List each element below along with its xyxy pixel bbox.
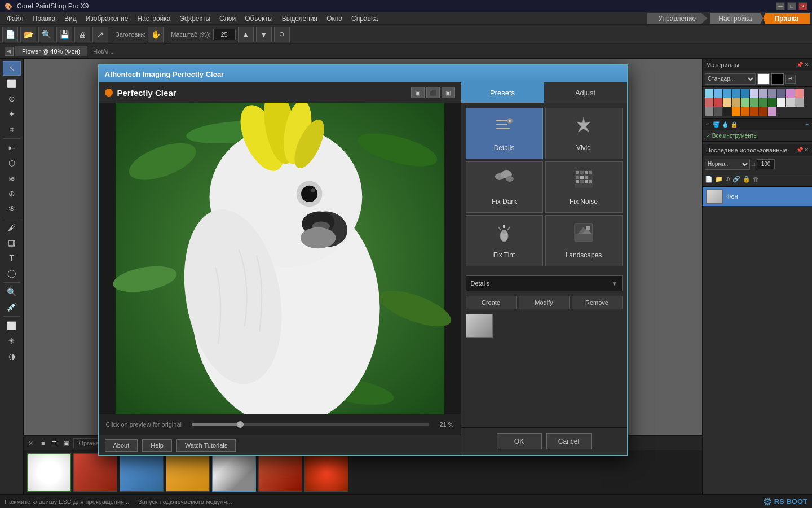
opacity-input[interactable] xyxy=(757,159,775,169)
color-dgray[interactable] xyxy=(714,107,722,116)
film-thumb-6[interactable] xyxy=(258,453,302,492)
material-dropdown[interactable]: Стандар... xyxy=(705,73,756,85)
preset-dropdown[interactable]: Details ▼ xyxy=(466,275,623,291)
preset-fix-dark[interactable]: Fix Dark xyxy=(466,161,543,213)
menu-objects[interactable]: Объекты xyxy=(240,14,277,24)
view-split-h[interactable]: ⬛ xyxy=(426,87,440,98)
mat-close[interactable]: ✕ xyxy=(804,62,809,68)
color-green4[interactable] xyxy=(768,98,776,107)
org-tab1[interactable]: ≡ xyxy=(39,439,47,448)
color-blue1[interactable] xyxy=(723,89,731,98)
menu-edit[interactable]: Правка xyxy=(28,14,60,24)
zoom-input[interactable] xyxy=(213,29,236,40)
bg-color[interactable] xyxy=(771,73,784,85)
color-lavender[interactable] xyxy=(750,89,758,98)
color-purple1[interactable] xyxy=(759,89,767,98)
film-thumb-7[interactable] xyxy=(304,453,348,492)
preset-fix-noise[interactable]: Fix Noise xyxy=(545,161,623,213)
lt-crop[interactable]: ⌗ xyxy=(3,122,21,137)
zoom-slider-thumb[interactable] xyxy=(237,421,244,428)
menu-selections[interactable]: Выделения xyxy=(277,14,322,24)
color-skyblue[interactable] xyxy=(714,89,722,98)
tab-presets[interactable]: Presets xyxy=(461,82,544,103)
view-single[interactable]: ▣ xyxy=(411,87,425,98)
tab-flower[interactable]: Flower @ 40% (Фон) xyxy=(15,46,87,56)
lock-layer-icon[interactable]: 🔒 xyxy=(743,176,751,183)
tb-share[interactable]: ↗ xyxy=(92,27,108,42)
color-mgray[interactable] xyxy=(795,98,804,107)
help-btn[interactable]: Help xyxy=(142,439,172,452)
workflow-tab-edit[interactable]: Правка xyxy=(763,13,810,24)
menu-image[interactable]: Изображение xyxy=(81,14,133,24)
remove-btn[interactable]: Remove xyxy=(572,296,623,309)
color-green3[interactable] xyxy=(759,98,767,107)
color-yellow1[interactable] xyxy=(723,98,731,107)
org-close[interactable]: ✕ xyxy=(28,440,37,447)
swap-colors[interactable]: ⇄ xyxy=(785,75,796,84)
color-green1[interactable] xyxy=(741,98,749,107)
color-lgray[interactable] xyxy=(786,98,795,107)
menu-window[interactable]: Окно xyxy=(322,14,347,24)
menu-settings[interactable]: Настройка xyxy=(133,14,175,24)
tutorials-btn[interactable]: Watch Tutorials xyxy=(176,439,236,452)
workflow-tab-settings[interactable]: Настройка xyxy=(707,13,763,24)
preset-fix-tint[interactable]: Fix Tint xyxy=(466,215,543,266)
menu-help[interactable]: Справка xyxy=(347,14,382,24)
menu-view[interactable]: Вид xyxy=(60,14,81,24)
mat-pin[interactable]: 📌 xyxy=(796,62,803,68)
color-yellow2[interactable] xyxy=(732,98,740,107)
film-thumb-4[interactable] xyxy=(166,453,210,492)
tb-new[interactable]: 📄 xyxy=(2,27,18,42)
new-layer-icon[interactable]: 📄 xyxy=(705,176,713,183)
film-thumb-5[interactable] xyxy=(212,453,256,492)
lt-perspective[interactable]: ⬡ xyxy=(3,156,21,170)
color-red3[interactable] xyxy=(714,98,722,107)
lt-zoom[interactable]: 🔍 xyxy=(3,284,21,299)
color-orange[interactable] xyxy=(732,107,740,116)
lt-fill[interactable]: ▦ xyxy=(3,235,21,250)
ok-button[interactable]: OK xyxy=(497,433,542,449)
lt-clone[interactable]: ⊕ xyxy=(3,186,21,201)
lt-text[interactable]: T xyxy=(3,251,21,265)
blend-dropdown[interactable]: Норма... xyxy=(705,159,750,170)
lt-eraser[interactable]: ⬜ xyxy=(3,318,21,333)
tb-print[interactable]: 🖨 xyxy=(74,27,90,42)
lt-select-rect[interactable]: ⬜ xyxy=(3,76,21,91)
lt-smudge[interactable]: ≋ xyxy=(3,171,21,186)
color-purple3[interactable] xyxy=(777,89,785,98)
tab-scroll-left[interactable]: ◀ xyxy=(5,47,14,56)
tb-preview-hand[interactable]: ✋ xyxy=(148,27,164,42)
modify-btn[interactable]: Modify xyxy=(519,296,570,309)
color-blue2[interactable] xyxy=(732,89,740,98)
film-thumb-2[interactable] xyxy=(73,453,117,492)
link-icon[interactable]: 🔗 xyxy=(732,176,740,183)
lt-magic-wand[interactable]: ✦ xyxy=(3,107,21,121)
tab-adjust[interactable]: Adjust xyxy=(544,82,627,103)
lt-straighten[interactable]: ⇤ xyxy=(3,141,21,155)
create-btn[interactable]: Create xyxy=(466,296,517,309)
org-tab2[interactable]: ≣ xyxy=(49,439,59,448)
tb-open[interactable]: 📂 xyxy=(20,27,36,42)
color-black[interactable] xyxy=(723,107,731,116)
workflow-tab-manage[interactable]: Управление xyxy=(647,13,708,24)
tb-zoom-up[interactable]: ▲ xyxy=(238,27,254,42)
lt-redeye[interactable]: 👁 xyxy=(3,202,21,216)
duplicate-icon[interactable]: ⊕ xyxy=(725,176,730,183)
preview-image-area[interactable] xyxy=(99,103,461,414)
about-btn[interactable]: About xyxy=(105,439,138,452)
delete-layer-icon[interactable]: 🗑 xyxy=(753,176,759,183)
menu-effects[interactable]: Эффекты xyxy=(175,14,215,24)
color-green2[interactable] xyxy=(750,98,758,107)
color-dbrown[interactable] xyxy=(759,107,767,116)
color-brown[interactable] xyxy=(750,107,758,116)
color-red1[interactable] xyxy=(795,89,804,98)
folder-icon[interactable]: 📁 xyxy=(715,176,723,183)
menu-layers[interactable]: Слои xyxy=(215,14,240,24)
color-red2[interactable] xyxy=(705,98,713,107)
maximize-btn[interactable]: □ xyxy=(787,2,796,10)
lused-close[interactable]: ✕ xyxy=(804,147,809,153)
color-mauve[interactable] xyxy=(768,107,776,116)
lt-shape[interactable]: ◯ xyxy=(3,266,21,281)
color-orange2[interactable] xyxy=(741,107,749,116)
lt-eyedropper[interactable]: 💉 xyxy=(3,300,21,314)
